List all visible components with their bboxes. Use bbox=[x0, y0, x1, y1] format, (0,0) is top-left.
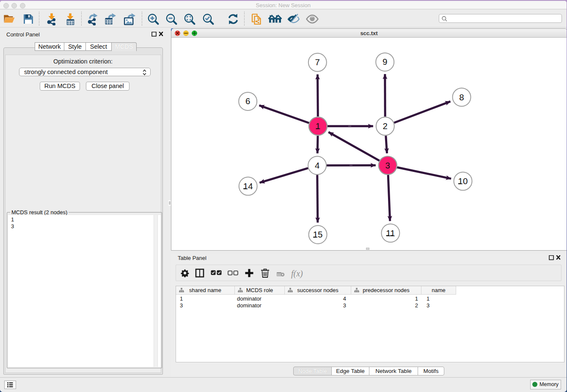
svg-text:6: 6 bbox=[245, 96, 250, 106]
svg-text:4: 4 bbox=[315, 160, 319, 170]
svg-text:2: 2 bbox=[383, 121, 387, 131]
svg-text:7: 7 bbox=[315, 57, 319, 67]
svg-text:14: 14 bbox=[243, 181, 253, 191]
svg-text:8: 8 bbox=[459, 92, 464, 102]
svg-text:9: 9 bbox=[383, 57, 387, 66]
svg-text:3: 3 bbox=[385, 160, 390, 170]
svg-text:10: 10 bbox=[458, 176, 468, 186]
svg-text:15: 15 bbox=[313, 229, 322, 239]
svg-text:11: 11 bbox=[386, 228, 395, 238]
svg-text:1: 1 bbox=[315, 121, 320, 131]
